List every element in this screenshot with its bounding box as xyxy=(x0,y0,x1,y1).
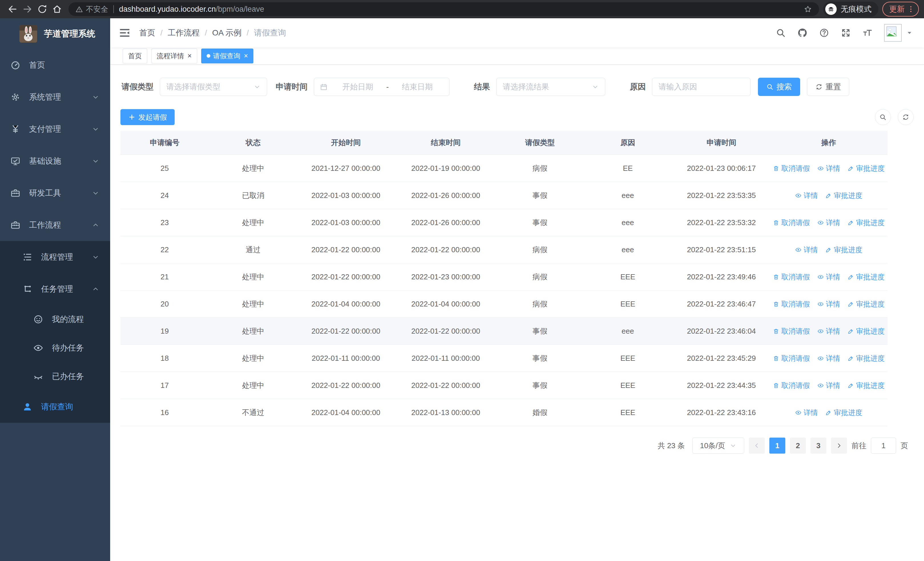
detail-link[interactable]: 详情 xyxy=(817,326,840,336)
cell-actions: 详情审批进度 xyxy=(770,191,888,200)
prev-page-button[interactable] xyxy=(749,438,765,454)
approval-progress-link[interactable]: 审批进度 xyxy=(825,245,862,254)
page-button-3[interactable]: 3 xyxy=(810,438,826,454)
cell-actions: 取消请假详情审批进度 xyxy=(770,299,888,309)
page-size-select[interactable]: 10条/页 xyxy=(692,438,744,454)
sidebar-item-process-management[interactable]: 流程管理 xyxy=(0,241,110,273)
detail-link[interactable]: 详情 xyxy=(795,408,818,417)
user-avatar-menu[interactable] xyxy=(884,24,913,42)
cell-actions: 取消请假详情审批进度 xyxy=(770,218,888,227)
sidebar-item-todo-tasks[interactable]: 待办任务 xyxy=(0,334,110,362)
reload-icon xyxy=(37,4,47,14)
browser-home-button[interactable] xyxy=(50,2,64,17)
approval-progress-link[interactable]: 审批进度 xyxy=(848,381,885,390)
approval-progress-link[interactable]: 审批进度 xyxy=(825,191,862,200)
leave-type-select[interactable]: 请选择请假类型 xyxy=(160,78,267,96)
search-button[interactable]: 搜索 xyxy=(758,78,800,96)
refresh-table-button[interactable] xyxy=(898,109,914,125)
browser-update-button[interactable]: 更新 xyxy=(882,2,919,17)
search-icon xyxy=(766,83,774,90)
cell-status: 处理中 xyxy=(209,299,297,309)
breadcrumb-item[interactable]: 工作流程 xyxy=(168,27,200,38)
url-bar[interactable]: 不安全 dashboard.yudao.iocoder.cn/bpm/oa/le… xyxy=(69,2,819,16)
goto-page-input[interactable]: 1 xyxy=(871,438,896,454)
edit-icon xyxy=(848,165,854,171)
reset-button[interactable]: 重置 xyxy=(807,78,849,96)
detail-link[interactable]: 详情 xyxy=(795,191,818,200)
chevron-up-icon xyxy=(92,285,99,293)
page-button-2[interactable]: 2 xyxy=(790,438,806,454)
approval-progress-link[interactable]: 审批进度 xyxy=(848,164,885,173)
reason-input[interactable]: 请输入原因 xyxy=(652,78,750,96)
cancel-leave-link[interactable]: 取消请假 xyxy=(773,299,810,309)
cancel-leave-link[interactable]: 取消请假 xyxy=(773,272,810,282)
approval-progress-link[interactable]: 审批进度 xyxy=(848,218,885,227)
approval-progress-link[interactable]: 审批进度 xyxy=(848,353,885,363)
not-secure-icon xyxy=(75,5,83,13)
detail-link[interactable]: 详情 xyxy=(817,164,840,173)
sidebar-item-task-management[interactable]: 任务管理 xyxy=(0,273,110,305)
search-icon[interactable] xyxy=(776,28,786,38)
create-leave-button[interactable]: 发起请假 xyxy=(120,109,175,125)
detail-link[interactable]: 详情 xyxy=(817,381,840,390)
tab-流程详情[interactable]: 流程详情× xyxy=(151,48,197,63)
bookmark-star-icon[interactable] xyxy=(804,5,812,14)
detail-link[interactable]: 详情 xyxy=(817,272,840,282)
result-select[interactable]: 请选择流结果 xyxy=(496,78,605,96)
app-logo-row[interactable]: 芋道管理系统 xyxy=(0,18,110,49)
cell-start-time: 2022-01-03 00:00:00 xyxy=(297,218,394,227)
cancel-leave-link[interactable]: 取消请假 xyxy=(773,218,810,227)
tab-label: 首页 xyxy=(128,51,142,60)
close-icon[interactable]: × xyxy=(244,52,248,60)
cancel-leave-link[interactable]: 取消请假 xyxy=(773,164,810,173)
detail-link[interactable]: 详情 xyxy=(817,218,840,227)
sidebar-collapse-icon[interactable] xyxy=(119,27,131,39)
approval-progress-link[interactable]: 审批进度 xyxy=(848,299,885,309)
breadcrumb-item[interactable]: OA 示例 xyxy=(212,27,242,38)
eye-closed-icon xyxy=(33,371,44,382)
toggle-search-button[interactable] xyxy=(875,109,891,125)
github-icon[interactable] xyxy=(797,28,808,38)
cancel-leave-link[interactable]: 取消请假 xyxy=(773,353,810,363)
browser-forward-button[interactable] xyxy=(20,2,35,17)
next-page-button[interactable] xyxy=(831,438,847,454)
sidebar-item-workflow[interactable]: 工作流程 xyxy=(0,209,110,241)
detail-link[interactable]: 详情 xyxy=(795,245,818,254)
cell-leave-type: 事假 xyxy=(497,381,583,391)
sidebar-item-system-management[interactable]: 系统管理 xyxy=(0,81,110,113)
cell-leave-type: 病假 xyxy=(497,272,583,282)
tab-请假查询[interactable]: 请假查询× xyxy=(201,48,254,63)
browser-reload-button[interactable] xyxy=(35,2,50,17)
cancel-leave-link[interactable]: 取消请假 xyxy=(773,381,810,390)
approval-progress-link[interactable]: 审批进度 xyxy=(848,272,885,282)
font-size-icon[interactable] xyxy=(862,28,873,38)
approval-progress-link[interactable]: 审批进度 xyxy=(848,326,885,336)
detail-link[interactable]: 详情 xyxy=(817,299,840,309)
help-icon[interactable] xyxy=(819,28,829,38)
sidebar-item-dev-tools[interactable]: 研发工具 xyxy=(0,177,110,209)
cell-actions: 详情审批进度 xyxy=(770,408,888,417)
browser-back-button[interactable] xyxy=(5,2,20,17)
eye-icon xyxy=(817,301,824,307)
sidebar-item-home[interactable]: 首页 xyxy=(0,49,110,81)
sidebar-item-done-tasks[interactable]: 已办任务 xyxy=(0,362,110,391)
action-label: 详情 xyxy=(804,245,818,254)
sidebar-item-leave-query[interactable]: 请假查询 xyxy=(0,391,110,423)
close-icon[interactable]: × xyxy=(188,52,192,60)
approval-progress-link[interactable]: 审批进度 xyxy=(825,408,862,417)
column-header: 开始时间 xyxy=(297,138,394,148)
table-row: 20处理中2022-01-04 00:00:002022-01-04 00:00… xyxy=(120,290,888,317)
browser-menu-icon[interactable] xyxy=(907,5,915,13)
breadcrumb-item[interactable]: 首页 xyxy=(139,27,155,38)
cancel-leave-link[interactable]: 取消请假 xyxy=(773,326,810,336)
sidebar-item-payment-management[interactable]: 支付管理 xyxy=(0,113,110,145)
sidebar-item-my-process[interactable]: 我的流程 xyxy=(0,305,110,334)
eye-icon xyxy=(817,382,824,389)
tab-首页[interactable]: 首页 xyxy=(123,48,147,63)
page-button-1[interactable]: 1 xyxy=(770,438,785,454)
detail-link[interactable]: 详情 xyxy=(817,353,840,363)
fullscreen-icon[interactable] xyxy=(841,28,851,38)
apply-time-range-input[interactable]: 开始日期 - 结束日期 xyxy=(314,78,450,96)
cell-status: 处理中 xyxy=(209,272,297,282)
sidebar-item-infrastructure[interactable]: 基础设施 xyxy=(0,145,110,177)
